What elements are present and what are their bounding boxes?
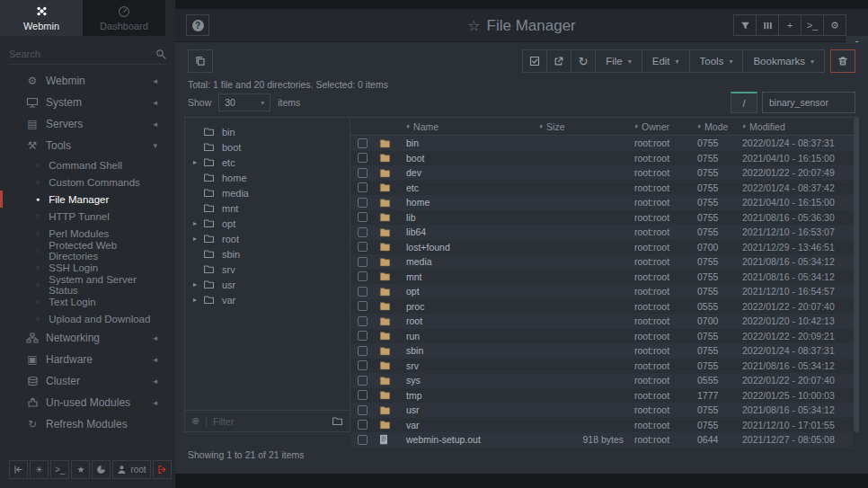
row-checkbox[interactable]	[358, 227, 368, 237]
row-checkbox[interactable]	[358, 138, 368, 148]
row-checkbox[interactable]	[358, 198, 368, 208]
file-name[interactable]: boot	[406, 153, 539, 164]
tree-item-boot[interactable]: boot	[185, 139, 350, 155]
sidebar-item-file-manager[interactable]: ●File Manager	[0, 191, 175, 208]
file-name[interactable]: var	[406, 420, 539, 430]
column-header-modified[interactable]: ♦Modified	[742, 121, 854, 132]
row-checkbox[interactable]	[358, 212, 368, 222]
table-row-var[interactable]: varroot:root07552021/12/10 - 17:01:55	[350, 418, 854, 433]
row-checkbox[interactable]	[358, 390, 368, 400]
row-checkbox[interactable]	[358, 331, 368, 341]
sidebar-item-protected-web-directories[interactable]: ○Protected Web Directories	[0, 242, 175, 259]
tree-item-usr[interactable]: ▸usr	[185, 277, 350, 292]
file-name[interactable]: home	[406, 197, 539, 208]
file-name[interactable]: srv	[406, 360, 539, 371]
tab-webmin[interactable]: Webmin	[0, 0, 83, 36]
sidebar-item-servers[interactable]: ▤Servers◂	[0, 113, 175, 135]
row-checkbox[interactable]	[358, 360, 368, 370]
file-name[interactable]: etc	[406, 182, 539, 193]
expand-arrow-icon[interactable]: ▸	[193, 296, 203, 304]
table-row-bin[interactable]: binroot:root07552022/01/24 - 08:37:31	[350, 136, 854, 151]
file-name[interactable]: mnt	[406, 271, 539, 282]
file-name[interactable]: lost+found	[406, 242, 539, 253]
table-row-root[interactable]: rootroot:root07002022/01/20 - 10:42:13	[350, 314, 854, 329]
file-name[interactable]: tmp	[406, 390, 539, 401]
menu-edit[interactable]: Edit▾	[642, 49, 690, 73]
file-name[interactable]: root	[406, 315, 539, 326]
tree-item-bin[interactable]: bin	[185, 124, 350, 139]
column-header-name[interactable]: ♦Name	[406, 121, 539, 132]
file-name[interactable]: dev	[406, 167, 539, 178]
clone-tab-button[interactable]	[188, 49, 213, 73]
sidebar-item-text-login[interactable]: ○Text Login	[0, 293, 175, 310]
tree-item-opt[interactable]: ▸opt	[185, 216, 350, 231]
collapse-sidebar-button[interactable]	[9, 460, 28, 479]
sidebar-item-command-shell[interactable]: ○Command Shell	[0, 156, 175, 173]
plus-button[interactable]: +	[778, 14, 802, 36]
sidebar-item-webmin[interactable]: ⚙Webmin◂	[0, 70, 175, 92]
column-header-mode[interactable]: ♦Mode	[697, 121, 742, 132]
tree-item-media[interactable]: media	[185, 185, 350, 200]
favorites-star-button[interactable]: ★	[71, 460, 90, 479]
menu-bookmarks[interactable]: Bookmarks▾	[742, 49, 825, 73]
tree-item-home[interactable]: home	[185, 170, 350, 185]
table-row-usr[interactable]: usrroot:root07552021/08/16 - 05:34:12	[350, 403, 854, 418]
tree-item-var[interactable]: ▸var	[185, 292, 350, 307]
tree-item-etc[interactable]: ▸etc	[185, 155, 350, 170]
table-row-lib[interactable]: libroot:root07552021/08/16 - 05:36:30	[350, 210, 854, 226]
select-all-button[interactable]	[522, 49, 547, 73]
table-row-srv[interactable]: srvroot:root07552021/08/16 - 05:34:12	[350, 359, 854, 374]
table-row-mnt[interactable]: mntroot:root07552021/08/16 - 05:34:12	[350, 270, 854, 285]
row-checkbox[interactable]	[358, 346, 368, 356]
file-name[interactable]: proc	[406, 301, 539, 312]
table-row-home[interactable]: homeroot:root07552021/04/10 - 16:15:00	[350, 195, 854, 210]
settings-gear-button[interactable]: ⚙	[823, 14, 846, 36]
row-checkbox[interactable]	[358, 420, 368, 430]
sidebar-item-custom-commands[interactable]: ○Custom Commands	[0, 173, 175, 191]
theme-sun-button[interactable]: ☀	[30, 460, 49, 479]
tree-item-sbin[interactable]: sbin	[185, 246, 350, 262]
terminal-button[interactable]: >_	[50, 460, 69, 479]
table-row-tmp[interactable]: tmproot:root17772022/01/25 - 10:00:03	[350, 388, 854, 404]
share-button[interactable]	[546, 49, 571, 73]
file-name[interactable]: opt	[406, 286, 539, 297]
file-name[interactable]: lib	[406, 212, 539, 223]
table-scrollbar[interactable]	[854, 117, 859, 432]
row-checkbox[interactable]	[358, 271, 368, 281]
column-header-owner[interactable]: ♦Owner	[634, 121, 697, 132]
row-checkbox[interactable]	[358, 153, 368, 163]
filter-clear-icon[interactable]: ⊗	[191, 415, 199, 427]
menu-tools[interactable]: Tools▾	[689, 49, 744, 73]
trash-button[interactable]	[830, 49, 855, 73]
root-path-button[interactable]: /	[731, 92, 757, 113]
table-row-opt[interactable]: optroot:root07552021/12/10 - 16:54:57	[350, 284, 854, 299]
table-row-webmin-setup-out[interactable]: webmin-setup.out918 bytesroot:root064420…	[350, 432, 854, 448]
table-row-lost-found[interactable]: lost+foundroot:root07002021/12/29 - 13:4…	[350, 240, 854, 255]
sidebar-item-upload-and-download[interactable]: ○Upload and Download	[0, 310, 175, 327]
row-checkbox[interactable]	[358, 316, 368, 326]
file-name[interactable]: usr	[406, 404, 539, 415]
table-row-etc[interactable]: etcroot:root07552022/01/24 - 08:37:42	[350, 181, 854, 196]
path-search-input[interactable]	[762, 92, 855, 113]
sidebar-item-system-and-server-status[interactable]: ○System and Server Status	[0, 276, 175, 293]
row-checkbox[interactable]	[358, 376, 368, 386]
tree-item-srv[interactable]: srv	[185, 262, 350, 277]
row-checkbox[interactable]	[358, 168, 368, 178]
row-checkbox[interactable]	[358, 301, 368, 311]
file-name[interactable]: webmin-setup.out	[406, 434, 539, 445]
help-button[interactable]: ?	[186, 14, 209, 36]
expand-arrow-icon[interactable]: ▸	[193, 158, 203, 166]
row-checkbox[interactable]	[358, 405, 368, 415]
user-button[interactable]: root	[112, 460, 150, 479]
sidebar-item-refresh-modules[interactable]: ↻Refresh Modules	[0, 413, 175, 435]
sidebar-item-http-tunnel[interactable]: ○HTTP Tunnel	[0, 208, 175, 225]
column-header-size[interactable]: ♦Size	[539, 121, 634, 132]
logout-button[interactable]	[153, 460, 172, 479]
tab-dashboard[interactable]: Dashboard	[83, 0, 165, 36]
table-row-sbin[interactable]: sbinroot:root07552022/01/24 - 08:37:31	[350, 343, 854, 359]
sidebar-item-tools[interactable]: ⚒Tools▾	[0, 135, 175, 156]
expand-arrow-icon[interactable]: ▸	[193, 235, 203, 243]
filter-funnel-button[interactable]	[733, 14, 757, 36]
usage-pie-button[interactable]	[92, 460, 111, 479]
tree-item-root[interactable]: ▸root	[185, 231, 350, 246]
